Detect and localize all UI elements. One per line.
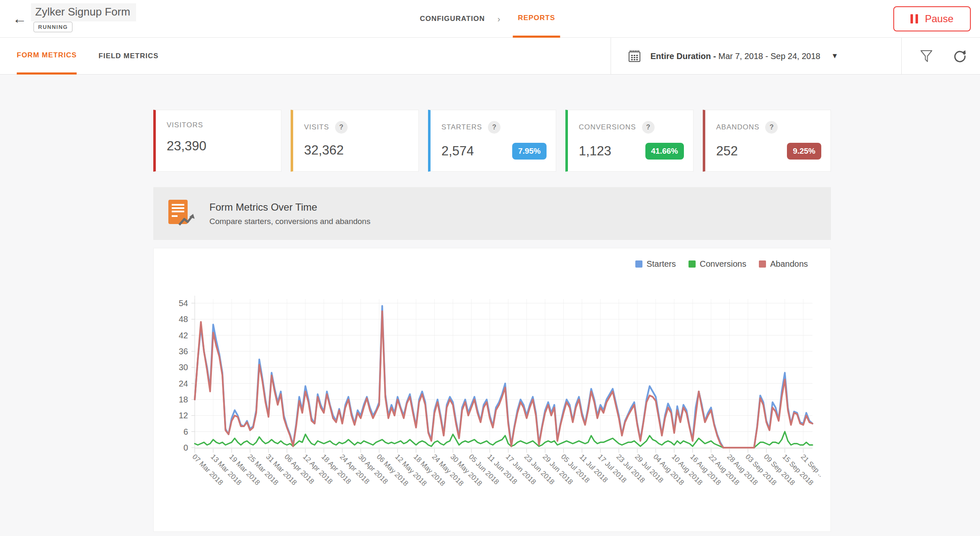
date-range-selector[interactable]: Entire Duration - Mar 7, 2018 - Sep 24, … [627,38,838,75]
y-axis-label: 36 [179,347,188,356]
y-axis-label: 24 [179,379,188,388]
card-value: 2,574 [441,144,474,159]
card-value: 32,362 [304,143,344,158]
toolbar-divider [611,38,611,75]
y-axis-label: 30 [179,363,188,372]
filter-button[interactable] [918,48,935,64]
filter-funnel-icon [920,49,933,63]
metrics-toolbar: FORM METRICS FIELD METRICS Entire Durati… [0,38,980,75]
form-metrics-chart-card: Starters Conversions Abandons 07 Mar 201… [153,248,831,532]
y-axis-label: 0 [183,443,188,452]
form-metrics-line-chart: 07 Mar 201813 Mar 201819 Mar 201825 Mar … [154,248,830,531]
card-value: 1,123 [579,144,611,159]
card-abandons: ABANDONS ? 252 9.25% [703,110,831,172]
breadcrumb-reports[interactable]: REPORTS [513,0,560,38]
percentage-badge: 7.95% [512,143,547,160]
date-range-dates: Mar 7, 2018 - Sep 24, 2018 [716,52,820,61]
chevron-down-icon: ▼ [831,52,838,60]
help-icon[interactable]: ? [642,121,655,134]
report-content: VISITORS 23,390 VISITS ? 32,362 STARTERS… [153,75,831,532]
metric-cards-row: VISITORS 23,390 VISITS ? 32,362 STARTERS… [153,110,831,172]
card-starters: STARTERS ? 2,574 7.95% [428,110,556,172]
toolbar-divider [901,38,902,75]
top-header: ← Zylker Signup Form RUNNING CONFIGURATI… [0,0,980,38]
section-banner: Form Metrics Over Time Compare starters,… [153,187,831,240]
help-icon[interactable]: ? [488,121,500,134]
chevron-right-icon: › [498,0,500,38]
report-chart-icon [167,199,198,228]
card-label: VISITS [304,123,329,131]
date-range-text: Entire Duration - Mar 7, 2018 - Sep 24, … [650,52,820,61]
help-icon[interactable]: ? [335,121,348,134]
breadcrumb-configuration[interactable]: CONFIGURATION [420,0,485,38]
card-label: STARTERS [441,123,482,131]
y-axis-label: 18 [179,395,188,404]
pause-icon [910,14,918,23]
refresh-icon [952,49,967,64]
calendar-icon [627,49,642,64]
y-axis-label: 12 [179,411,188,420]
card-visitors: VISITORS 23,390 [153,110,281,172]
date-range-preset: Entire Duration - [650,52,716,61]
card-visits: VISITS ? 32,362 [291,110,419,172]
y-axis-label: 48 [179,314,188,324]
y-axis-label: 6 [183,427,188,436]
percentage-badge: 41.66% [645,143,684,160]
percentage-badge: 9.25% [787,143,821,160]
section-subtitle: Compare starters, conversions and abando… [209,217,370,226]
abandons-line [195,311,812,448]
status-badge: RUNNING [34,22,72,32]
page-title[interactable]: Zylker Signup Form [31,3,136,21]
y-axis-label: 42 [179,331,188,340]
pause-button[interactable]: Pause [893,6,971,31]
pause-button-label: Pause [925,13,953,25]
refresh-button[interactable] [952,48,968,64]
help-icon[interactable]: ? [765,121,778,134]
back-icon[interactable]: ← [13,11,27,26]
card-label: CONVERSIONS [579,123,636,131]
metrics-tabs: FORM METRICS FIELD METRICS [17,38,159,75]
y-axis-label: 54 [179,299,188,308]
card-value: 252 [716,144,738,159]
tab-field-metrics[interactable]: FIELD METRICS [98,38,158,75]
card-value: 23,390 [167,139,206,154]
card-label: VISITORS [167,121,203,129]
section-title: Form Metrics Over Time [209,201,370,213]
card-label: ABANDONS [716,123,759,131]
breadcrumb: CONFIGURATION › REPORTS [420,0,560,38]
card-conversions: CONVERSIONS ? 1,123 41.66% [565,110,694,172]
tab-form-metrics[interactable]: FORM METRICS [17,38,77,75]
